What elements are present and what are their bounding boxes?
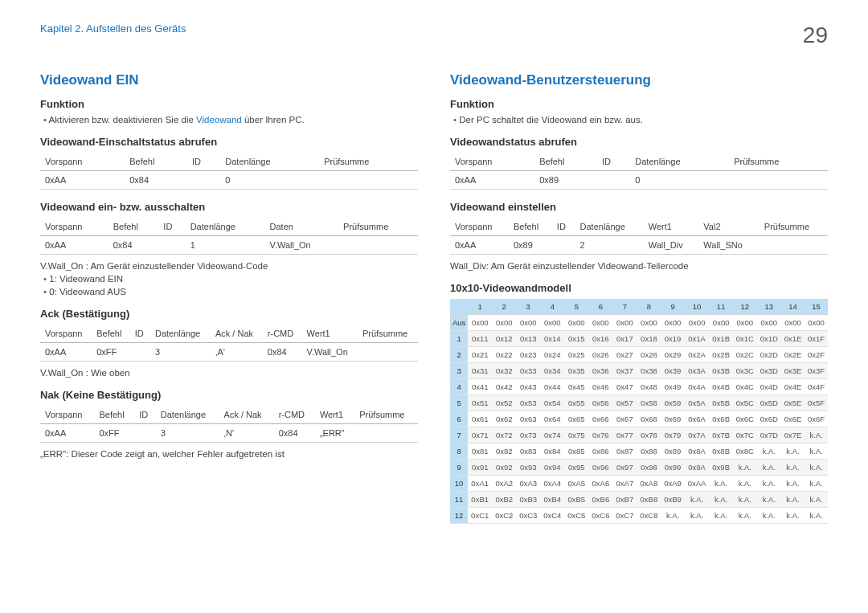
section-title-left: Videowand EIN: [40, 72, 418, 88]
table-ack: VorspannBefehlIDDatenlängeAck / Nakr-CMD…: [40, 325, 418, 362]
subheading-t2-right: Videowand einstellen: [450, 201, 828, 213]
funktion-bullet-left: Aktivieren bzw. deaktivieren Sie die Vid…: [43, 115, 418, 125]
table-wandstatus: VorspannBefehlIDDatenlängePrüfsumme0xAA0…: [450, 153, 828, 190]
subheading-funktion-left: Funktion: [40, 98, 418, 110]
note-err: „ERR": Dieser Code zeigt an, welcher Feh…: [40, 449, 418, 459]
subheading-model: 10x10-Videowandmodell: [450, 282, 828, 294]
page-number: 29: [803, 22, 828, 48]
table-nak: VorspannBefehlIDDatenlängeAck / Nakr-CMD…: [40, 406, 418, 443]
table-ein-ausschalten: VorspannBefehlIDDatenlängeDatenPrüfsumme…: [40, 218, 418, 255]
content-columns: Videowand EIN Funktion Aktivieren bzw. d…: [40, 72, 828, 530]
table-einschaltstatus: VorspannBefehlIDDatenlängePrüfsumme0xAA0…: [40, 153, 418, 190]
note-vwall-code: V.Wall_On : Am Gerät einzustellender Vid…: [40, 261, 418, 271]
section-title-right: Videowand-Benutzersteuerung: [450, 72, 828, 88]
subheading-t2-left: Videowand ein- bzw. ausschalten: [40, 201, 418, 213]
subheading-nak: Nak (Keine Bestätigung): [40, 389, 418, 401]
subheading-funktion-right: Funktion: [450, 98, 828, 110]
table-einstellen: VorspannBefehlIDDatenlängeWert1Val2Prüfs…: [450, 218, 828, 255]
subheading-t1-right: Videowandstatus abrufen: [450, 136, 828, 148]
note-vwall-oben: V.Wall_On : Wie oben: [40, 368, 418, 378]
page-header: Kapitel 2. Aufstellen des Geräts 29: [40, 22, 828, 48]
note-walldiv: Wall_Div: Am Gerät einzustellender Video…: [450, 261, 828, 271]
subheading-ack: Ack (Bestätigung): [40, 308, 418, 320]
right-column: Videowand-Benutzersteuerung Funktion Der…: [450, 72, 828, 530]
chapter-title: Kapitel 2. Aufstellen des Geräts: [40, 22, 186, 35]
funktion-bullet-right: Der PC schaltet die Videowand ein bzw. a…: [453, 115, 828, 125]
note-vwall-ein: 1: Videowand EIN: [43, 274, 418, 284]
note-vwall-aus: 0: Videowand AUS: [43, 287, 418, 296]
left-column: Videowand EIN Funktion Aktivieren bzw. d…: [40, 72, 418, 530]
table-10x10-model: 123456789101112131415Aus0x000x000x000x00…: [450, 299, 828, 524]
subheading-t1-left: Videowand-Einschaltstatus abrufen: [40, 136, 418, 148]
